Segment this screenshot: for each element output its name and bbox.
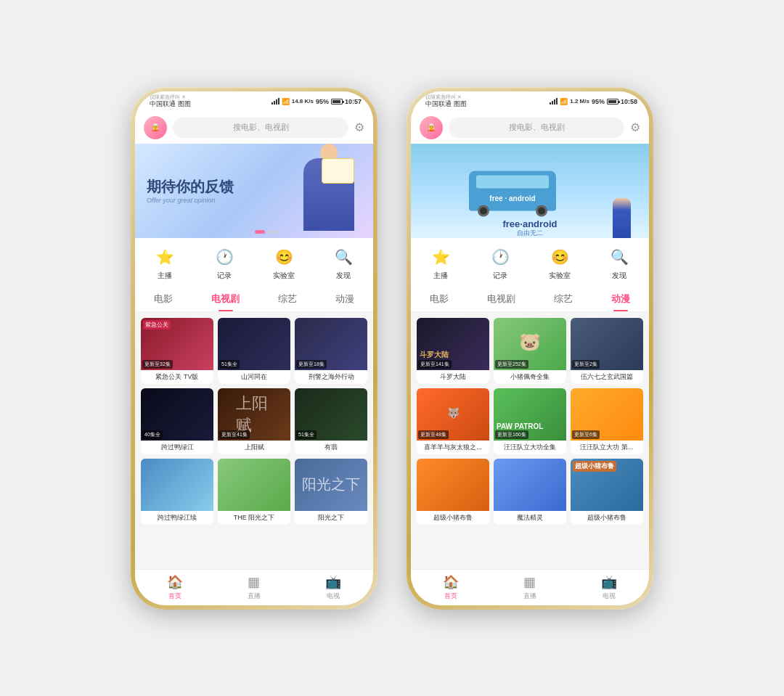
phone-left: 仅限紧急呼叫 ✕ 中国联通 图图 📶 14.8 K/s 95% 10:57 🧝 … xyxy=(131,87,377,610)
network-speed-right: 1.2 M/s xyxy=(570,98,589,105)
bottom-nav-home-left[interactable]: 🏠 首页 xyxy=(167,574,183,601)
nav-discover-right[interactable]: 🔍 发现 xyxy=(608,245,631,281)
dot-2 xyxy=(267,230,271,234)
nav-icon-record-left: 🕐 xyxy=(213,245,236,269)
dot-1 xyxy=(255,230,265,234)
tab-movie-left[interactable]: 电影 xyxy=(148,291,179,307)
item-title-8: THE 阳光之下 xyxy=(218,511,290,525)
search-input-right[interactable]: 搜电影、电视剧 xyxy=(449,118,624,138)
nav-zhubo-left[interactable]: ⭐ 主播 xyxy=(153,245,176,281)
grid-img-a7 xyxy=(417,459,489,511)
grid-item-a1[interactable]: 斗罗大陆 更新至141集 斗罗大陆 xyxy=(417,318,489,384)
grid-img-a5: PAW PATROL 更新至160集 xyxy=(494,388,566,441)
banner-subtitle-left: Offer your great opinion xyxy=(147,197,296,204)
badge-ep-2: 51集全 xyxy=(219,360,240,369)
item-title-6: 有翡 xyxy=(295,441,367,454)
grid-img-3: 更新至18集 xyxy=(295,318,367,370)
grid-img-2: 51集全 xyxy=(218,318,290,370)
grid-item-a9[interactable]: 超级小猪布鲁 超级小猪布鲁 xyxy=(571,459,643,525)
grid-item-a3[interactable]: 更新至2集 伍六七之玄武国篇 xyxy=(571,318,643,384)
tab-variety-right[interactable]: 综艺 xyxy=(548,291,579,307)
grid-img-a9: 超级小猪布鲁 xyxy=(571,459,643,511)
bus-body: free · android xyxy=(469,171,556,210)
grid-item-6[interactable]: 51集全 有翡 xyxy=(295,388,367,454)
tab-movie-right[interactable]: 电影 xyxy=(424,291,454,307)
time-display: 10:57 xyxy=(345,98,362,105)
nav-lab-left[interactable]: 😊 实验室 xyxy=(272,245,295,281)
cat-tabs-left: 电影 电视剧 综艺 动漫 xyxy=(135,287,373,312)
nav-discover-left[interactable]: 🔍 发现 xyxy=(332,245,355,281)
carrier-info: 仅限紧急呼叫 ✕ 中国联通 图图 xyxy=(150,94,191,108)
tab-anime-right[interactable]: 动漫 xyxy=(605,291,636,307)
tab-anime-left[interactable]: 动漫 xyxy=(330,291,360,307)
grid-row-3-right: 超级小猪布鲁 魔法精灵 超级小猪布鲁 超级小猪布鲁 xyxy=(417,459,643,525)
avatar-left[interactable]: 🧝 xyxy=(144,116,167,139)
grid-img-a3: 更新至2集 xyxy=(571,318,643,370)
grid-item-a4[interactable]: 🐺 更新至48集 喜羊羊与灰太狼之... xyxy=(417,388,489,454)
nav-record-right[interactable]: 🕐 记录 xyxy=(489,245,512,281)
battery-icon xyxy=(331,99,343,105)
settings-icon-left[interactable]: ⚙ xyxy=(354,120,364,134)
badge-ep-6: 51集全 xyxy=(296,430,317,439)
grid-img-7 xyxy=(141,459,213,511)
item-title-5: 上阳赋 xyxy=(218,441,290,454)
grid-row-2-left: 40集全 跨过鸭绿江 上阳赋 更新至41集 上阳赋 51集全 有翡 xyxy=(141,388,367,454)
content-grid-left: 紫急公关 更新至32集 紧急公关 TV版 51集全 山河同在 更新至18集 刑警… xyxy=(135,312,373,569)
nav-icon-zhubo-right: ⭐ xyxy=(429,245,452,269)
tv-icon-right: 📺 xyxy=(601,574,617,590)
feedback-card xyxy=(322,158,354,184)
nav-icon-zhubo-left: ⭐ xyxy=(153,245,176,269)
banner-left[interactable]: 期待你的反馈 Offer your great opinion xyxy=(135,144,373,238)
home-label-left: 首页 xyxy=(168,591,181,601)
avatar-right[interactable]: 🧝 xyxy=(420,116,443,139)
grid-img-a8 xyxy=(494,459,566,511)
grid-item-a2[interactable]: 🐷 更新至252集 小猪佩奇全集 xyxy=(494,318,566,384)
emergency-label-right: 仅限紧急呼叫 ✕ xyxy=(425,94,467,100)
grid-img-a6: 更新至6集 xyxy=(571,388,643,441)
nav-zhubo-right[interactable]: ⭐ 主播 xyxy=(429,245,452,281)
search-bar-right: 🧝 搜电影、电视剧 ⚙ xyxy=(411,112,649,144)
grid-item-1[interactable]: 紫急公关 更新至32集 紧急公关 TV版 xyxy=(141,318,213,384)
grid-item-4[interactable]: 40集全 跨过鸭绿江 xyxy=(141,388,213,454)
grid-item-a5[interactable]: PAW PATROL 更新至160集 汪汪队立大功全集 xyxy=(494,388,566,454)
item-title-a1: 斗罗大陆 xyxy=(417,370,489,384)
bottom-nav-home-right[interactable]: 🏠 首页 xyxy=(443,574,459,601)
item-title-a6: 汪汪队立大功 第... xyxy=(571,441,643,454)
bus-container: free · android xyxy=(469,171,556,210)
wifi-icon-right: 📶 xyxy=(560,98,568,105)
nav-label-discover-left: 发现 xyxy=(336,271,351,281)
grid-img-9: 阳光之下 xyxy=(295,459,367,511)
bottom-nav-live-left[interactable]: ▦ 直播 xyxy=(248,574,261,601)
banner-right[interactable]: free · android free·android 自由无二 xyxy=(411,144,649,238)
nav-lab-right[interactable]: 😊 实验室 xyxy=(548,245,571,281)
tab-tv-right[interactable]: 电视剧 xyxy=(481,291,521,307)
grid-item-8[interactable]: THE 阳光之下 xyxy=(218,459,290,525)
grid-img-1: 紫急公关 更新至32集 xyxy=(141,318,213,370)
badge-ep-1: 更新至32集 xyxy=(142,360,173,369)
bottom-nav-tv-left[interactable]: 📺 电视 xyxy=(325,574,341,601)
bus-text-label: free · android xyxy=(489,194,535,202)
grid-item-7[interactable]: 跨过鸭绿江续 xyxy=(141,459,213,525)
grid-item-a8[interactable]: 魔法精灵 xyxy=(494,459,566,525)
grid-img-8 xyxy=(218,459,290,511)
tab-variety-left[interactable]: 综艺 xyxy=(272,291,303,307)
tab-tv-left[interactable]: 电视剧 xyxy=(205,291,245,307)
time-display-right: 10:58 xyxy=(621,98,637,105)
grid-item-9[interactable]: 阳光之下 阳光之下 xyxy=(295,459,367,525)
search-input-left[interactable]: 搜电影、电视剧 xyxy=(173,118,348,138)
grid-item-5[interactable]: 上阳赋 更新至41集 上阳赋 xyxy=(218,388,290,454)
nav-label-record-left: 记录 xyxy=(217,271,232,281)
nav-record-left[interactable]: 🕐 记录 xyxy=(213,245,236,281)
badge-ep-a4: 更新至48集 xyxy=(418,430,449,439)
carrier-info-right: 仅限紧急呼叫 ✕ 中国联通 图图 xyxy=(425,94,467,108)
grid-item-2[interactable]: 51集全 山河同在 xyxy=(218,318,290,384)
grid-item-a7[interactable]: 超级小猪布鲁 xyxy=(417,459,489,525)
item-title-3: 刑警之海外行动 xyxy=(295,370,367,384)
item-title-a4: 喜羊羊与灰太狼之... xyxy=(417,441,489,454)
bottom-nav-live-right[interactable]: ▦ 直播 xyxy=(523,574,536,601)
grid-item-a6[interactable]: 更新至6集 汪汪队立大功 第... xyxy=(571,388,643,454)
status-indicators-right: 📶 1.2 M/s 95% 10:58 xyxy=(550,98,637,105)
settings-icon-right[interactable]: ⚙ xyxy=(630,120,640,134)
grid-item-3[interactable]: 更新至18集 刑警之海外行动 xyxy=(295,318,367,384)
bottom-nav-tv-right[interactable]: 📺 电视 xyxy=(601,574,617,601)
